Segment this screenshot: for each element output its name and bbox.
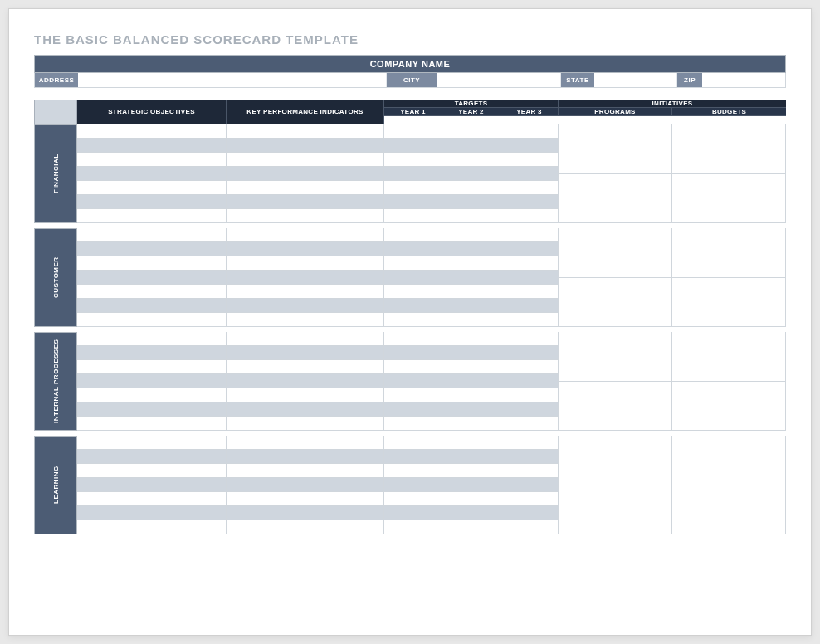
cell[interactable]	[442, 417, 500, 431]
cell[interactable]	[442, 332, 500, 346]
cell[interactable]	[384, 374, 442, 388]
cell[interactable]	[500, 285, 559, 299]
cell[interactable]	[77, 195, 227, 209]
cell[interactable]	[227, 332, 384, 346]
cell[interactable]	[227, 124, 384, 139]
cell[interactable]	[227, 181, 384, 195]
programs-cell[interactable]	[559, 485, 672, 534]
cell[interactable]	[500, 436, 559, 450]
budgets-cell[interactable]	[672, 436, 786, 485]
cell[interactable]	[442, 228, 500, 242]
cell[interactable]	[227, 436, 384, 450]
cell[interactable]	[227, 285, 384, 299]
cell[interactable]	[500, 450, 559, 464]
cell[interactable]	[442, 492, 500, 506]
cell[interactable]	[227, 313, 384, 327]
cell[interactable]	[384, 181, 442, 195]
cell[interactable]	[77, 360, 227, 374]
cell[interactable]	[77, 332, 227, 346]
cell[interactable]	[77, 450, 227, 464]
cell[interactable]	[442, 153, 500, 167]
cell[interactable]	[227, 478, 384, 492]
budgets-cell[interactable]	[672, 382, 786, 431]
cell[interactable]	[442, 299, 500, 313]
cell[interactable]	[442, 360, 500, 374]
cell[interactable]	[77, 285, 227, 299]
cell[interactable]	[227, 506, 384, 520]
cell[interactable]	[500, 242, 559, 256]
cell[interactable]	[384, 313, 442, 327]
cell[interactable]	[227, 360, 384, 374]
cell[interactable]	[442, 313, 500, 327]
cell[interactable]	[384, 492, 442, 506]
state-field[interactable]	[594, 73, 677, 87]
cell[interactable]	[77, 346, 227, 360]
cell[interactable]	[500, 402, 559, 417]
cell[interactable]	[442, 464, 500, 478]
cell[interactable]	[500, 181, 559, 195]
cell[interactable]	[77, 209, 227, 223]
cell[interactable]	[77, 242, 227, 256]
cell[interactable]	[500, 492, 559, 506]
cell[interactable]	[442, 402, 500, 417]
cell[interactable]	[227, 492, 384, 506]
cell[interactable]	[442, 124, 500, 139]
cell[interactable]	[227, 402, 384, 417]
city-field[interactable]	[437, 73, 561, 87]
cell[interactable]	[500, 388, 559, 402]
cell[interactable]	[77, 228, 227, 242]
cell[interactable]	[384, 139, 442, 153]
cell[interactable]	[442, 256, 500, 271]
cell[interactable]	[77, 299, 227, 313]
cell[interactable]	[442, 388, 500, 402]
cell[interactable]	[227, 153, 384, 167]
cell[interactable]	[77, 520, 227, 534]
cell[interactable]	[77, 313, 227, 327]
cell[interactable]	[384, 271, 442, 285]
budgets-cell[interactable]	[672, 485, 786, 534]
cell[interactable]	[77, 139, 227, 153]
cell[interactable]	[77, 388, 227, 402]
programs-cell[interactable]	[559, 382, 672, 431]
cell[interactable]	[500, 195, 559, 209]
cell[interactable]	[442, 285, 500, 299]
cell[interactable]	[384, 436, 442, 450]
cell[interactable]	[227, 167, 384, 181]
cell[interactable]	[500, 299, 559, 313]
budgets-cell[interactable]	[672, 228, 786, 277]
cell[interactable]	[442, 450, 500, 464]
cell[interactable]	[384, 209, 442, 223]
cell[interactable]	[442, 346, 500, 360]
cell[interactable]	[442, 520, 500, 534]
cell[interactable]	[227, 139, 384, 153]
cell[interactable]	[227, 388, 384, 402]
cell[interactable]	[77, 124, 227, 139]
budgets-cell[interactable]	[672, 124, 786, 173]
cell[interactable]	[500, 313, 559, 327]
cell[interactable]	[227, 209, 384, 223]
cell[interactable]	[77, 402, 227, 417]
company-name-bar[interactable]: COMPANY NAME	[34, 55, 786, 73]
cell[interactable]	[384, 478, 442, 492]
cell[interactable]	[227, 228, 384, 242]
cell[interactable]	[77, 256, 227, 271]
cell[interactable]	[500, 346, 559, 360]
cell[interactable]	[227, 520, 384, 534]
cell[interactable]	[442, 167, 500, 181]
cell[interactable]	[384, 124, 442, 139]
address-field[interactable]	[78, 73, 387, 87]
cell[interactable]	[384, 153, 442, 167]
cell[interactable]	[227, 346, 384, 360]
cell[interactable]	[227, 195, 384, 209]
cell[interactable]	[500, 153, 559, 167]
cell[interactable]	[384, 417, 442, 431]
cell[interactable]	[442, 374, 500, 388]
cell[interactable]	[500, 124, 559, 139]
cell[interactable]	[227, 417, 384, 431]
cell[interactable]	[77, 167, 227, 181]
cell[interactable]	[384, 242, 442, 256]
cell[interactable]	[227, 374, 384, 388]
cell[interactable]	[500, 209, 559, 223]
cell[interactable]	[442, 271, 500, 285]
programs-cell[interactable]	[559, 278, 672, 327]
